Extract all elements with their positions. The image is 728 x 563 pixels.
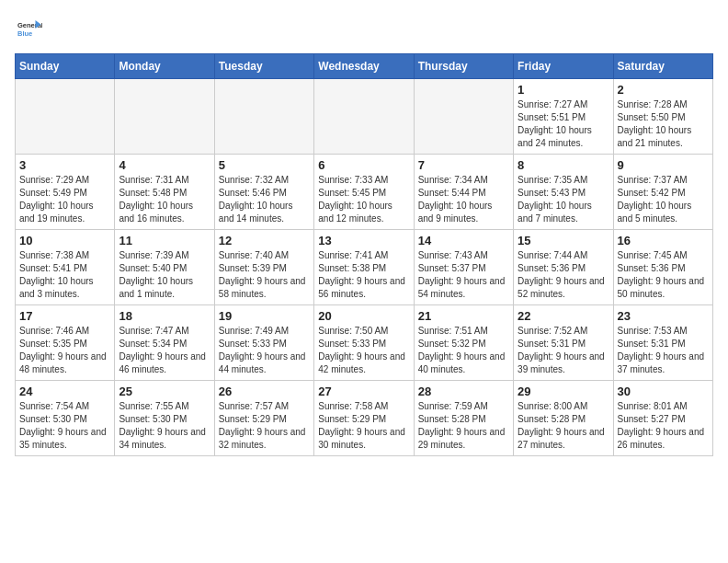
day-info: Sunrise: 7:37 AMSunset: 5:42 PMDaylight:… [618,174,709,225]
day-info: Sunrise: 7:51 AMSunset: 5:32 PMDaylight:… [418,325,509,376]
day-info: Sunrise: 7:57 AMSunset: 5:29 PMDaylight:… [219,400,310,452]
day-info: Sunrise: 7:27 AMSunset: 5:51 PMDaylight:… [518,98,609,150]
day-number: 1 [518,83,609,97]
day-number: 27 [318,385,409,398]
day-number: 16 [618,234,709,247]
day-cell: 8Sunrise: 7:35 AMSunset: 5:43 PMDaylight… [514,155,613,230]
day-cell: 19Sunrise: 7:49 AMSunset: 5:33 PMDayligh… [214,305,313,381]
day-info: Sunrise: 7:55 AMSunset: 5:30 PMDaylight:… [119,400,210,452]
day-info: Sunrise: 7:39 AMSunset: 5:40 PMDaylight:… [119,249,210,301]
day-cell: 7Sunrise: 7:34 AMSunset: 5:44 PMDaylight… [414,155,513,230]
day-cell [214,79,313,155]
day-number: 9 [618,158,709,172]
day-cell [16,79,115,155]
day-info: Sunrise: 7:53 AMSunset: 5:31 PMDaylight:… [618,325,709,376]
day-number: 15 [518,234,609,247]
day-number: 26 [219,385,310,398]
day-info: Sunrise: 7:40 AMSunset: 5:39 PMDaylight:… [219,249,310,301]
day-cell: 15Sunrise: 7:44 AMSunset: 5:36 PMDayligh… [514,230,613,305]
day-info: Sunrise: 7:41 AMSunset: 5:38 PMDaylight:… [318,249,409,301]
day-number: 10 [19,234,110,247]
day-cell: 24Sunrise: 7:54 AMSunset: 5:30 PMDayligh… [16,381,115,456]
day-number: 11 [119,234,210,247]
day-number: 23 [618,309,709,323]
day-number: 2 [618,83,709,97]
day-cell [115,79,214,155]
day-number: 30 [618,385,709,398]
day-number: 12 [219,234,310,247]
day-number: 14 [418,234,509,247]
day-cell: 21Sunrise: 7:51 AMSunset: 5:32 PMDayligh… [414,305,513,381]
day-cell: 10Sunrise: 7:38 AMSunset: 5:41 PMDayligh… [16,230,115,305]
day-cell: 22Sunrise: 7:52 AMSunset: 5:31 PMDayligh… [514,305,613,381]
day-number: 19 [219,309,310,323]
day-info: Sunrise: 7:49 AMSunset: 5:33 PMDaylight:… [219,325,310,376]
day-info: Sunrise: 7:38 AMSunset: 5:41 PMDaylight:… [19,249,110,301]
day-info: Sunrise: 7:59 AMSunset: 5:28 PMDaylight:… [418,400,509,452]
day-cell: 14Sunrise: 7:43 AMSunset: 5:37 PMDayligh… [414,230,513,305]
week-row-5: 24Sunrise: 7:54 AMSunset: 5:30 PMDayligh… [16,381,713,456]
day-cell [314,79,414,155]
day-number: 6 [318,158,409,172]
day-cell: 16Sunrise: 7:45 AMSunset: 5:36 PMDayligh… [613,230,712,305]
day-info: Sunrise: 8:01 AMSunset: 5:27 PMDaylight:… [618,400,709,452]
calendar-header-row: SundayMondayTuesdayWednesdayThursdayFrid… [16,54,713,79]
day-info: Sunrise: 7:43 AMSunset: 5:37 PMDaylight:… [418,249,509,301]
week-row-1: 1Sunrise: 7:27 AMSunset: 5:51 PMDaylight… [16,79,713,155]
day-cell: 23Sunrise: 7:53 AMSunset: 5:31 PMDayligh… [613,305,712,381]
col-header-tuesday: Tuesday [214,54,313,79]
day-cell: 9Sunrise: 7:37 AMSunset: 5:42 PMDaylight… [613,155,712,230]
day-cell: 11Sunrise: 7:39 AMSunset: 5:40 PMDayligh… [115,230,214,305]
page-header: General Blue [15,15,713,42]
day-number: 7 [418,158,509,172]
day-info: Sunrise: 7:46 AMSunset: 5:35 PMDaylight:… [19,325,110,376]
day-number: 29 [518,385,609,398]
day-cell: 28Sunrise: 7:59 AMSunset: 5:28 PMDayligh… [414,381,513,456]
day-info: Sunrise: 7:45 AMSunset: 5:36 PMDaylight:… [618,249,709,301]
day-cell: 12Sunrise: 7:40 AMSunset: 5:39 PMDayligh… [214,230,313,305]
col-header-monday: Monday [115,54,214,79]
day-number: 18 [119,309,210,323]
day-info: Sunrise: 7:52 AMSunset: 5:31 PMDaylight:… [518,325,609,376]
day-number: 25 [119,385,210,398]
day-info: Sunrise: 7:34 AMSunset: 5:44 PMDaylight:… [418,174,509,225]
logo-icon: General Blue [15,15,42,42]
day-cell: 29Sunrise: 8:00 AMSunset: 5:28 PMDayligh… [514,381,613,456]
day-info: Sunrise: 7:44 AMSunset: 5:36 PMDaylight:… [518,249,609,301]
day-info: Sunrise: 8:00 AMSunset: 5:28 PMDaylight:… [518,400,609,452]
day-cell: 6Sunrise: 7:33 AMSunset: 5:45 PMDaylight… [314,155,414,230]
logo: General Blue [15,15,42,42]
day-number: 4 [119,158,210,172]
day-number: 5 [219,158,310,172]
day-number: 28 [418,385,509,398]
day-cell: 13Sunrise: 7:41 AMSunset: 5:38 PMDayligh… [314,230,414,305]
day-cell: 3Sunrise: 7:29 AMSunset: 5:49 PMDaylight… [16,155,115,230]
day-cell: 26Sunrise: 7:57 AMSunset: 5:29 PMDayligh… [214,381,313,456]
week-row-4: 17Sunrise: 7:46 AMSunset: 5:35 PMDayligh… [16,305,713,381]
day-info: Sunrise: 7:33 AMSunset: 5:45 PMDaylight:… [318,174,409,225]
day-info: Sunrise: 7:32 AMSunset: 5:46 PMDaylight:… [219,174,310,225]
day-cell: 20Sunrise: 7:50 AMSunset: 5:33 PMDayligh… [314,305,414,381]
day-cell: 18Sunrise: 7:47 AMSunset: 5:34 PMDayligh… [115,305,214,381]
day-number: 21 [418,309,509,323]
day-number: 22 [518,309,609,323]
calendar-table: SundayMondayTuesdayWednesdayThursdayFrid… [15,53,713,456]
col-header-thursday: Thursday [414,54,513,79]
week-row-3: 10Sunrise: 7:38 AMSunset: 5:41 PMDayligh… [16,230,713,305]
day-number: 20 [318,309,409,323]
col-header-wednesday: Wednesday [314,54,414,79]
day-info: Sunrise: 7:28 AMSunset: 5:50 PMDaylight:… [618,98,709,150]
day-cell: 25Sunrise: 7:55 AMSunset: 5:30 PMDayligh… [115,381,214,456]
week-row-2: 3Sunrise: 7:29 AMSunset: 5:49 PMDaylight… [16,155,713,230]
col-header-sunday: Sunday [16,54,115,79]
day-cell: 5Sunrise: 7:32 AMSunset: 5:46 PMDaylight… [214,155,313,230]
day-info: Sunrise: 7:35 AMSunset: 5:43 PMDaylight:… [518,174,609,225]
day-info: Sunrise: 7:50 AMSunset: 5:33 PMDaylight:… [318,325,409,376]
day-cell: 4Sunrise: 7:31 AMSunset: 5:48 PMDaylight… [115,155,214,230]
day-number: 3 [19,158,110,172]
day-cell: 2Sunrise: 7:28 AMSunset: 5:50 PMDaylight… [613,79,712,155]
day-cell: 30Sunrise: 8:01 AMSunset: 5:27 PMDayligh… [613,381,712,456]
day-info: Sunrise: 7:47 AMSunset: 5:34 PMDaylight:… [119,325,210,376]
svg-text:Blue: Blue [17,29,32,38]
day-info: Sunrise: 7:54 AMSunset: 5:30 PMDaylight:… [19,400,110,452]
